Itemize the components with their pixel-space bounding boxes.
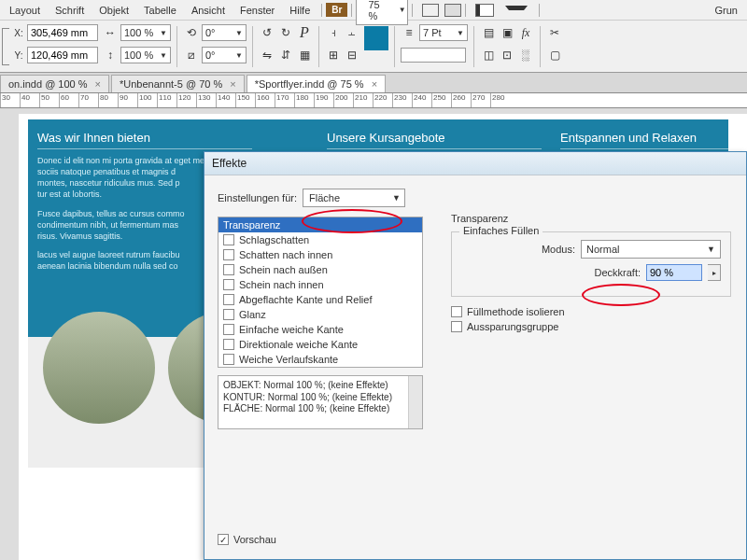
effect-item[interactable]: Abgeflachte Kante und Relief [218,292,422,307]
tab-2[interactable]: *Unbenannt-5 @ 70 %× [111,75,245,92]
select-container-icon[interactable]: ▦ [296,47,313,63]
menu-schrift[interactable]: Schrift [48,3,92,18]
refpoint-lock[interactable] [0,21,11,72]
workspace-label[interactable]: Grun [708,3,745,18]
close-icon[interactable]: × [230,78,235,90]
effect-item[interactable]: Schatten nach innen [218,247,422,262]
checkbox[interactable] [223,234,234,245]
bridge-button[interactable]: Br [326,3,347,17]
frame-icon[interactable]: ▢ [546,47,563,63]
effects-icon[interactable]: ▤ [480,24,497,41]
effect-item[interactable]: Schlagschatten [218,232,422,247]
y-field[interactable] [27,47,98,63]
width-icon: ↔ [102,24,119,41]
close-icon[interactable]: × [372,78,377,90]
modus-select[interactable]: Normal▼ [581,240,721,259]
stroke-style-field[interactable] [401,48,466,63]
rotate-icon: ⟲ [183,24,200,41]
scrollbar[interactable] [408,376,422,428]
flip-v-icon[interactable]: ⇵ [277,47,294,63]
screen-mode-icon[interactable] [444,4,461,17]
effect-item[interactable]: Direktionale weiche Kante [218,337,422,352]
paragraph-icon[interactable]: P [296,24,313,41]
modus-label: Modus: [542,244,575,255]
menu-fenster[interactable]: Fenster [233,3,282,18]
close-icon[interactable]: × [95,78,101,90]
isolate-checkbox[interactable]: Füllmethode isolieren [451,306,731,317]
effect-item[interactable]: Einfache weiche Kante [218,322,422,337]
checkbox[interactable] [223,264,234,275]
checkbox[interactable] [223,324,234,335]
shear-icon: ⧄ [183,47,200,63]
document-tabs: on.indd @ 100 %× *Unbenannt-5 @ 70 %× *S… [0,73,747,93]
opacity-field[interactable] [646,264,702,281]
arrange-icon[interactable] [475,4,494,17]
menu-bar: Layout Schrift Objekt Tabelle Ansicht Fe… [0,0,747,21]
tab-3[interactable]: *Sportflyer.indd @ 75 %× [247,75,386,92]
transparency-heading: Transparenz [451,213,731,224]
effect-item[interactable]: Transparenz [218,217,422,232]
menu-layout[interactable]: Layout [2,3,48,18]
dialog-title: Effekte [204,152,746,175]
effect-item[interactable]: Weiche Verlaufskante [218,352,422,367]
effects-summary: OBJEKT: Normal 100 %; (keine Effekte) KO… [218,375,423,429]
opacity-label: Deckkraft: [594,267,641,278]
col2-heading: Unsere Kursangebote [327,131,542,149]
menu-tabelle[interactable]: Tabelle [136,3,184,18]
menu-ansicht[interactable]: Ansicht [184,3,233,18]
horizontal-ruler[interactable]: 3040506070809010011012013014015016017018… [0,93,747,108]
rotate-cw-icon[interactable]: ↻ [277,24,294,41]
fill-swatch[interactable] [364,26,388,50]
col1-heading: Was wir Ihnen bieten [37,131,252,149]
group-legend: Einfaches Füllen [459,225,543,236]
effect-item[interactable]: Glanz [218,307,422,322]
fx-icon[interactable]: fx [517,24,534,41]
checkbox[interactable] [223,339,234,350]
menu-objekt[interactable]: Objekt [92,3,136,18]
checkbox[interactable] [223,309,234,320]
stroke-weight-field[interactable]: 7 Pt▼ [419,24,468,41]
basic-fill-group: Einfaches Füllen Modus: Normal▼ Deckkraf… [451,231,731,297]
corner-icon[interactable]: ◫ [480,47,497,63]
scale-x-field[interactable]: 100 %▼ [120,24,171,41]
align-icon-4[interactable]: ⊟ [344,47,360,63]
effects-dialog: Effekte Einstellungen für: Fläche▼ Trans… [204,151,747,560]
preview-checkbox[interactable]: ✓Vorschau [218,534,276,545]
checkbox[interactable] [223,354,234,365]
align-icon-2[interactable]: ⫠ [344,24,360,41]
effect-item[interactable]: Schein nach außen [218,262,422,277]
shear-field[interactable]: 0°▼ [202,47,247,63]
effects-list[interactable]: TransparenzSchlagschattenSchatten nach i… [218,217,423,368]
x-field[interactable] [27,24,98,41]
menu-hilfe[interactable]: Hilfe [282,3,317,18]
crop-icon[interactable]: ✂ [546,24,563,41]
effect-item[interactable]: Schein nach innen [218,277,422,292]
knockout-checkbox[interactable]: Aussparungsgruppe [451,321,731,332]
align-icon-1[interactable]: ⫞ [325,24,342,41]
settings-for-select[interactable]: Fläche▼ [303,189,405,207]
checkbox[interactable] [223,279,234,290]
fit-icon[interactable]: ⊡ [499,47,515,63]
settings-for-label: Einstellungen für: [218,192,297,203]
view-mode-icon[interactable] [422,4,439,17]
photo-circle-1 [43,312,155,424]
checkbox[interactable] [223,294,234,305]
rotate-ccw-icon[interactable]: ↺ [259,24,275,41]
opacity-icon[interactable]: ░ [517,47,534,63]
flip-h-icon[interactable]: ⇋ [259,47,275,63]
tab-1[interactable]: on.indd @ 100 %× [0,75,109,92]
col3-heading: Entspannen und Relaxen [560,131,747,149]
control-bar: X: Y: ↔100 %▼ ↕100 %▼ ⟲0°▼ ⧄0°▼ ↺ ↻ P ⇋ … [0,21,747,73]
wrap-icon[interactable]: ▣ [499,24,515,41]
checkbox[interactable] [223,249,234,260]
dropdown-icon[interactable] [505,6,528,14]
rotate-field[interactable]: 0°▼ [202,24,247,41]
stroke-weight-icon: ≡ [401,24,417,41]
scale-y-field[interactable]: 100 %▼ [120,47,171,63]
height-icon: ↕ [102,47,119,63]
opacity-stepper[interactable]: ▸ [708,264,721,281]
align-icon-3[interactable]: ⊞ [325,47,342,63]
